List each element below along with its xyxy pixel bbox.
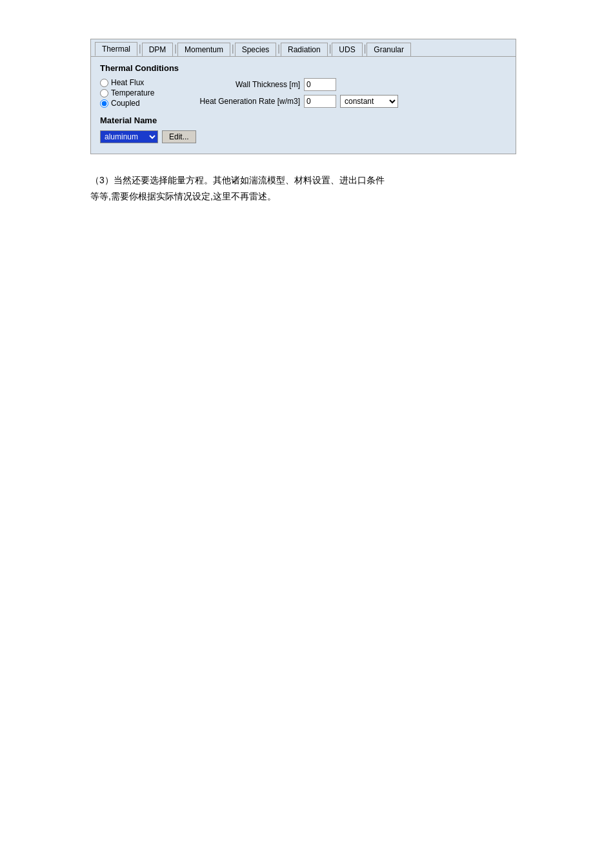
radio-temperature-label: Temperature xyxy=(111,88,154,97)
radio-temperature[interactable] xyxy=(100,89,108,97)
wall-thickness-label: Wall Thickness [m] xyxy=(184,80,300,89)
material-name-title: Material Name xyxy=(100,116,507,125)
material-row: aluminum Edit... xyxy=(100,130,507,143)
heat-generation-input[interactable] xyxy=(304,95,336,108)
radio-heat-flux[interactable] xyxy=(100,79,108,87)
body-text-line2: 等等,需要你根据实际情况设定,这里不再雷述。 xyxy=(90,188,523,205)
tab-momentum[interactable]: Momentum xyxy=(177,43,230,56)
radio-heat-flux-label: Heat Flux xyxy=(111,78,144,87)
tab-separator-2: | xyxy=(174,43,177,54)
dialog-panel: Thermal | DPM | Momentum | Species | Rad… xyxy=(90,39,516,154)
heat-generation-row: Heat Generation Rate [w/m3] constant xyxy=(184,95,507,108)
material-section: Material Name aluminum Edit... xyxy=(100,116,507,143)
tab-separator-4: | xyxy=(277,43,280,54)
edit-button[interactable]: Edit... xyxy=(162,130,196,143)
wall-thickness-input[interactable] xyxy=(304,78,336,91)
conditions-area: Heat Flux Temperature Coupled Wa xyxy=(100,78,507,108)
radio-coupled[interactable] xyxy=(100,99,108,108)
tab-dpm[interactable]: DPM xyxy=(142,43,174,56)
heat-generation-select[interactable]: constant xyxy=(340,95,398,108)
tab-thermal[interactable]: Thermal xyxy=(95,42,137,56)
fields-area: Wall Thickness [m] Heat Generation Rate … xyxy=(184,78,507,108)
heat-generation-label: Heat Generation Rate [w/m3] xyxy=(184,97,300,106)
tab-radiation[interactable]: Radiation xyxy=(281,43,328,56)
tab-separator-5: | xyxy=(329,43,332,54)
radio-item-heat-flux[interactable]: Heat Flux xyxy=(100,78,171,87)
panel-content: Thermal Conditions Heat Flux Temperature… xyxy=(91,57,516,154)
tab-granular[interactable]: Granular xyxy=(367,43,411,56)
wall-thickness-row: Wall Thickness [m] xyxy=(184,78,507,91)
radio-group: Heat Flux Temperature Coupled xyxy=(100,78,171,108)
tab-separator-1: | xyxy=(139,43,141,54)
body-text-line1: （3）当然还要选择能量方程。其他诸如湍流模型、材料设置、进出口条件 xyxy=(90,172,523,188)
thermal-conditions-title: Thermal Conditions xyxy=(100,63,507,73)
radio-coupled-label: Coupled xyxy=(111,99,140,108)
tab-bar: Thermal | DPM | Momentum | Species | Rad… xyxy=(91,39,516,57)
tab-separator-3: | xyxy=(232,43,234,54)
tab-uds[interactable]: UDS xyxy=(332,43,362,56)
body-text: （3）当然还要选择能量方程。其他诸如湍流模型、材料设置、进出口条件 等等,需要你… xyxy=(90,172,523,205)
tab-separator-6: | xyxy=(364,43,367,54)
radio-item-temperature[interactable]: Temperature xyxy=(100,88,171,97)
material-select[interactable]: aluminum xyxy=(100,130,158,143)
tab-species[interactable]: Species xyxy=(235,43,277,56)
radio-item-coupled[interactable]: Coupled xyxy=(100,99,171,108)
